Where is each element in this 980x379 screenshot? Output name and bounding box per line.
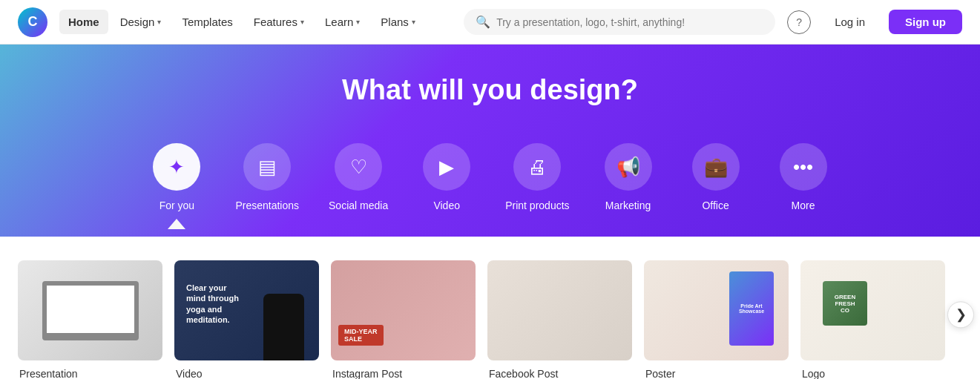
card-video[interactable]: Clear yourmind throughyoga andmeditation… bbox=[174, 260, 319, 379]
nav-item-design[interactable]: Design ▾ bbox=[111, 10, 171, 34]
navbar: C Home Design ▾ Templates Features ▾ Lea… bbox=[0, 0, 980, 45]
active-indicator bbox=[168, 219, 185, 229]
card-logo-label: Logo bbox=[800, 368, 945, 379]
nav-item-home[interactable]: Home bbox=[59, 10, 108, 34]
scroll-right-button[interactable]: ❯ bbox=[947, 301, 974, 328]
login-button[interactable]: Log in bbox=[820, 10, 880, 34]
category-marketing-label: Marketing bbox=[605, 200, 651, 211]
category-social-media-icon: ♡ bbox=[335, 143, 382, 191]
card-video-thumb: Clear yourmind throughyoga andmeditation… bbox=[174, 260, 319, 360]
card-facebook-post[interactable]: Facebook Post bbox=[487, 260, 632, 379]
category-video[interactable]: ▶ Video bbox=[406, 136, 487, 219]
category-office-label: Office bbox=[702, 200, 729, 211]
card-facebook-thumb bbox=[487, 260, 632, 360]
category-presentations-label: Presentations bbox=[235, 200, 299, 211]
nav-item-plans[interactable]: Plans ▾ bbox=[372, 10, 424, 34]
hero-title: What will you design? bbox=[342, 74, 638, 106]
category-marketing[interactable]: 📢 Marketing bbox=[588, 136, 669, 219]
chevron-down-icon: ▾ bbox=[300, 18, 304, 26]
chevron-down-icon: ▾ bbox=[356, 18, 360, 26]
category-row: ✦ For you ▤ Presentations ♡ Social media… bbox=[136, 136, 843, 237]
card-logo-thumb: GREENFRESHCO bbox=[800, 260, 945, 360]
help-button[interactable]: ? bbox=[787, 10, 811, 34]
brand-logo[interactable]: C bbox=[18, 7, 47, 37]
hero-section: What will you design? ✦ For you ▤ Presen… bbox=[0, 45, 980, 237]
card-poster-label: Poster bbox=[644, 368, 789, 379]
card-instagram-post-label: Instagram Post bbox=[331, 368, 476, 379]
nav-item-templates[interactable]: Templates bbox=[173, 10, 241, 34]
brand-logo-letter: C bbox=[28, 14, 38, 30]
nav-item-features[interactable]: Features ▾ bbox=[245, 10, 313, 34]
card-poster[interactable]: Pride ArtShowcase Poster bbox=[644, 260, 789, 379]
search-bar: 🔍 bbox=[464, 9, 775, 35]
category-more-label: More bbox=[792, 200, 815, 211]
category-presentations-icon: ▤ bbox=[243, 143, 291, 191]
chevron-down-icon: ▾ bbox=[412, 18, 415, 26]
category-for-you-label: For you bbox=[160, 200, 194, 211]
card-facebook-post-label: Facebook Post bbox=[487, 368, 632, 379]
category-social-media[interactable]: ♡ Social media bbox=[317, 136, 400, 219]
card-video-label: Video bbox=[174, 368, 319, 379]
category-office[interactable]: 💼 Office bbox=[675, 136, 757, 219]
search-input[interactable] bbox=[496, 16, 763, 28]
category-marketing-icon: 📢 bbox=[605, 143, 652, 191]
category-for-you-icon: ✦ bbox=[153, 143, 200, 191]
category-office-icon: 💼 bbox=[692, 143, 740, 191]
category-more-icon: ••• bbox=[780, 143, 827, 191]
card-instagram-post[interactable]: MID-YEARSALE Instagram Post bbox=[331, 260, 476, 379]
category-video-icon: ▶ bbox=[423, 143, 470, 191]
template-cards: Presentation Clear yourmind throughyoga … bbox=[0, 237, 980, 379]
nav-actions: ? Log in Sign up bbox=[787, 10, 962, 34]
category-print-products[interactable]: 🖨 Print products bbox=[493, 136, 581, 219]
category-video-label: Video bbox=[433, 200, 460, 211]
category-more[interactable]: ••• More bbox=[763, 136, 844, 219]
chevron-down-icon: ▾ bbox=[157, 18, 161, 26]
category-print-products-icon: 🖨 bbox=[513, 143, 561, 191]
card-presentation-label: Presentation bbox=[18, 368, 162, 379]
nav-item-learn[interactable]: Learn ▾ bbox=[316, 10, 369, 34]
search-icon: 🔍 bbox=[476, 15, 490, 29]
category-presentations[interactable]: ▤ Presentations bbox=[223, 136, 311, 219]
card-poster-thumb: Pride ArtShowcase bbox=[644, 260, 789, 360]
category-print-products-label: Print products bbox=[505, 200, 569, 211]
signup-button[interactable]: Sign up bbox=[889, 10, 962, 34]
category-social-media-label: Social media bbox=[329, 200, 388, 211]
category-for-you[interactable]: ✦ For you bbox=[136, 136, 217, 237]
card-logo[interactable]: GREENFRESHCO Logo bbox=[800, 260, 945, 379]
card-presentation-thumb bbox=[18, 260, 162, 360]
card-instagram-thumb: MID-YEARSALE bbox=[331, 260, 476, 360]
card-presentation[interactable]: Presentation bbox=[18, 260, 162, 379]
nav-links: Home Design ▾ Templates Features ▾ Learn… bbox=[59, 10, 452, 34]
